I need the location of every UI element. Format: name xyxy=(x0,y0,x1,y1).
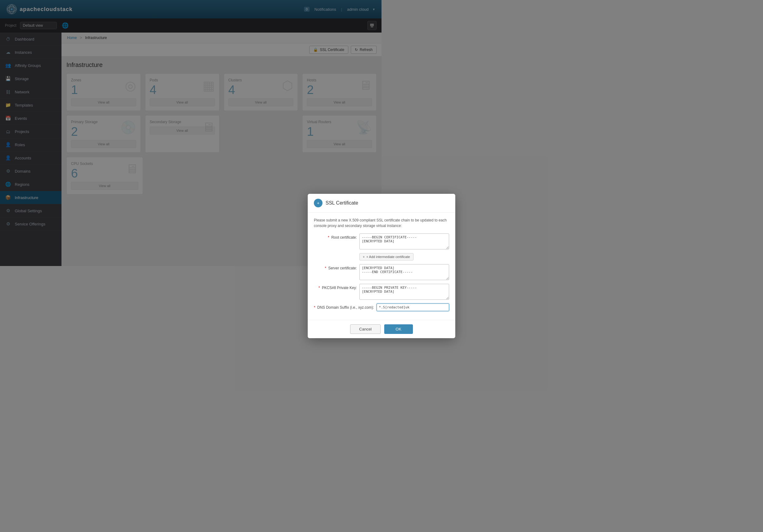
root-cert-input[interactable]: -----BEGIN CERTIFICATE----- [ENCRYPTED D… xyxy=(359,233,382,249)
root-cert-label: * Root certificate: xyxy=(314,233,357,239)
dialog-body: Please submit a new X.509 compliant SSL … xyxy=(308,213,382,266)
server-cert-input[interactable]: [ENCRYPTED DATA] -----END CERTIFICATE---… xyxy=(359,264,382,266)
modal-overlay: + SSL Certificate Please submit a new X.… xyxy=(0,0,382,266)
dialog-description: Please submit a new X.509 compliant SSL … xyxy=(314,218,382,228)
server-cert-row: * Server certificate: [ENCRYPTED DATA] -… xyxy=(314,264,382,266)
root-cert-row: * Root certificate: -----BEGIN CERTIFICA… xyxy=(314,233,382,249)
ssl-certificate-dialog: + SSL Certificate Please submit a new X.… xyxy=(308,194,382,266)
add-intermediate-label: + Add intermediate certificate xyxy=(366,255,382,259)
dialog-title: SSL Certificate xyxy=(326,200,358,206)
server-cert-label: * Server certificate: xyxy=(314,264,357,266)
dialog-header: + SSL Certificate xyxy=(308,194,382,213)
add-intermediate-button[interactable]: + + Add intermediate certificate xyxy=(359,253,382,260)
root-cert-required: * xyxy=(328,235,330,239)
plus-icon: + xyxy=(363,255,365,259)
dialog-header-icon: + xyxy=(314,199,322,207)
